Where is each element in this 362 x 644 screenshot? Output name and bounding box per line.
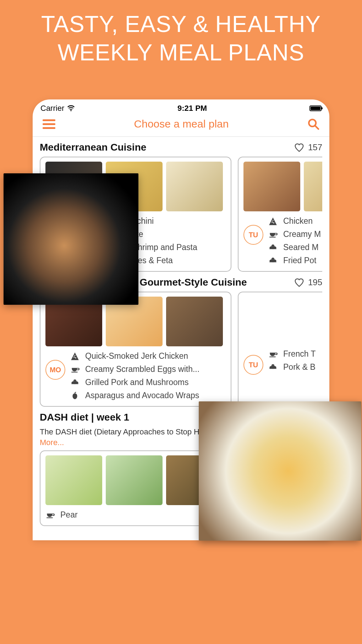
day-card[interactable]: TU French T Pork & B <box>238 292 322 407</box>
meal-thumb <box>106 455 163 505</box>
meal-label: Fried Pot <box>283 256 316 265</box>
promo-line1: TASTY, EASY & HEALTHY <box>14 10 348 38</box>
battery-icon <box>309 105 322 111</box>
menu-button[interactable] <box>43 119 55 129</box>
meal-label: Creamy Scrambled Eggs with... <box>85 364 199 374</box>
section-title[interactable]: DASH diet | week 1 <box>40 412 129 423</box>
clock-label: 9:21 PM <box>75 104 309 113</box>
meal-item[interactable]: Chicken <box>268 216 322 226</box>
meal-item[interactable]: Pear <box>45 510 219 520</box>
cup-icon <box>70 365 79 374</box>
meal-item[interactable]: Seared M <box>268 243 322 252</box>
section-title[interactable]: Mediterranean Cuisine <box>40 142 146 153</box>
pizza-icon <box>268 217 278 226</box>
likes[interactable]: 157 <box>294 142 322 153</box>
meal-thumb <box>166 162 223 211</box>
status-bar: Carrier 9:21 PM <box>33 99 329 115</box>
dish-icon <box>70 378 79 387</box>
feature-photo-kofta <box>4 173 138 305</box>
dish-icon <box>268 256 278 265</box>
heart-icon <box>294 277 305 288</box>
heart-icon <box>294 142 305 153</box>
likes-count: 195 <box>308 277 322 287</box>
nav-bar: Choose a meal plan <box>33 115 329 137</box>
day-card[interactable]: MO Quick-Smoked Jerk Chicken Creamy Scra… <box>40 292 231 407</box>
meal-item[interactable]: Creamy Scrambled Eggs with... <box>70 364 226 374</box>
meal-thumb <box>243 162 300 211</box>
promo-line2: WEEKLY MEAL PLANS <box>14 38 348 67</box>
meal-label: Creamy M <box>283 229 321 239</box>
meal-label: Quick-Smoked Jerk Chicken <box>85 351 188 361</box>
cup-icon <box>268 230 278 239</box>
meal-item[interactable]: French T <box>268 349 322 359</box>
likes-count: 157 <box>308 142 322 152</box>
meal-thumb <box>45 455 102 505</box>
meal-label: Seared M <box>283 243 319 252</box>
cup-icon <box>268 350 278 359</box>
day-card[interactable]: TU Chicken Creamy M Seared M Fried Pot <box>238 157 322 272</box>
meal-label: Pork & B <box>283 362 316 372</box>
carrier-label: Carrier <box>40 104 64 113</box>
meal-label: Chicken <box>283 216 313 226</box>
meal-thumb <box>304 162 322 211</box>
meal-item[interactable]: Grilled Pork and Mushrooms <box>70 378 226 387</box>
meal-label: Grilled Pork and Mushrooms <box>85 378 188 387</box>
more-link[interactable]: More... <box>40 438 64 447</box>
promo-headline: TASTY, EASY & HEALTHY WEEKLY MEAL PLANS <box>0 0 362 75</box>
day-badge: MO <box>45 360 65 380</box>
meal-label: French T <box>283 349 316 359</box>
meal-item[interactable]: Fried Pot <box>268 256 322 265</box>
dish-icon <box>268 363 278 372</box>
meal-item[interactable]: Creamy M <box>268 229 322 239</box>
day-card[interactable]: Pear <box>40 450 224 526</box>
meal-label: Asparagus and Avocado Wraps <box>85 391 199 400</box>
meal-thumb <box>166 297 223 346</box>
day-badge: TU <box>243 355 263 375</box>
meal-item[interactable]: Quick-Smoked Jerk Chicken <box>70 351 226 361</box>
wifi-icon <box>67 104 75 112</box>
dish-icon <box>268 243 278 252</box>
meal-item[interactable]: Asparagus and Avocado Wraps <box>70 391 226 400</box>
cup-icon <box>45 510 55 520</box>
search-icon[interactable] <box>307 118 319 130</box>
meal-item[interactable]: Pork & B <box>268 362 322 372</box>
meal-label: Pear <box>60 510 78 520</box>
apple-icon <box>70 391 79 400</box>
day-badge: TU <box>243 225 263 245</box>
feature-photo-soup <box>199 401 361 541</box>
likes[interactable]: 195 <box>294 277 322 288</box>
pizza-icon <box>70 352 79 361</box>
page-title: Choose a meal plan <box>134 118 229 130</box>
